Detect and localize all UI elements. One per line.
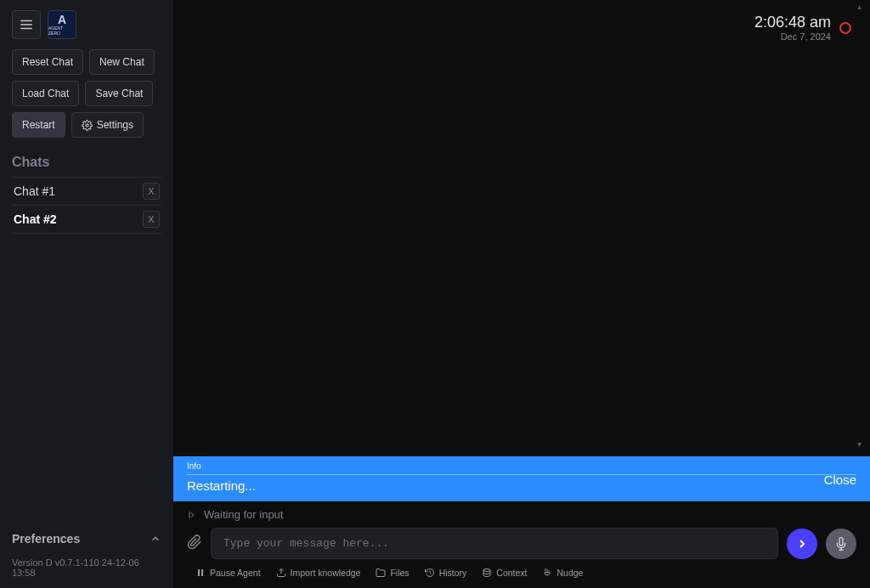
save-chat-button[interactable]: Save Chat (85, 81, 153, 106)
context-button[interactable]: Context (482, 568, 527, 578)
layers-icon (482, 568, 492, 578)
settings-button[interactable]: Settings (71, 112, 144, 138)
version-text: Version D v0.7.1-110 24-12-06 13:58 (12, 552, 161, 578)
chat-item-label: Chat #2 (14, 212, 57, 226)
send-button[interactable] (787, 529, 817, 559)
tool-label: Pause Agent (210, 568, 261, 578)
chevron-up-icon (150, 533, 161, 545)
date-value: Dec 7, 2024 (754, 31, 831, 42)
preferences-label: Preferences (12, 532, 80, 546)
action-buttons: Reset Chat New Chat Load Chat Save Chat … (12, 49, 161, 138)
import-knowledge-button[interactable]: Import knowledge (276, 568, 361, 578)
time-text: 2:06:48 am Dec 7, 2024 (754, 14, 831, 42)
scroll-indicator-bottom: ▾ (857, 439, 862, 449)
time-value: 2:06:48 am (754, 14, 831, 31)
info-banner: Info Restarting... Close (173, 456, 870, 501)
chat-close-button[interactable]: X (143, 183, 160, 200)
chevron-right-icon (795, 537, 809, 551)
pause-agent-button[interactable]: Pause Agent (195, 568, 261, 578)
chat-close-button[interactable]: X (143, 211, 160, 228)
settings-label: Settings (97, 119, 133, 131)
mic-button[interactable] (826, 529, 856, 559)
chats-heading: Chats (12, 155, 161, 170)
status-indicator-icon (839, 22, 851, 34)
folder-icon (376, 568, 386, 578)
pointer-icon (542, 568, 552, 578)
chat-list-item[interactable]: Chat #2 X (12, 206, 161, 234)
attach-button[interactable] (187, 534, 202, 553)
cursor-icon (187, 510, 197, 520)
clock-block: 2:06:48 am Dec 7, 2024 (754, 14, 851, 42)
restart-button[interactable]: Restart (12, 112, 65, 138)
scroll-indicator-top: ▴ (857, 2, 862, 11)
chat-list: Chat #1 X Chat #2 X (12, 177, 161, 234)
history-button[interactable]: History (425, 568, 467, 578)
sidebar: A AGENT ZERO Reset Chat New Chat Load Ch… (0, 0, 173, 588)
gear-icon (82, 120, 93, 131)
chat-messages-area (173, 0, 870, 456)
sidebar-top: A AGENT ZERO (12, 10, 161, 39)
waiting-text: Waiting for input (204, 508, 283, 521)
logo-glyph: A (58, 14, 66, 25)
info-message: Restarting... (187, 478, 856, 493)
load-chat-button[interactable]: Load Chat (12, 81, 79, 106)
main-area: ▴ 2:06:48 am Dec 7, 2024 ▾ Info Restarti… (173, 0, 870, 588)
message-input[interactable] (211, 528, 778, 559)
svg-point-10 (483, 569, 490, 572)
nudge-button[interactable]: Nudge (542, 568, 583, 578)
input-section: Waiting for input (173, 501, 870, 588)
reset-chat-button[interactable]: Reset Chat (12, 49, 83, 75)
sidebar-bottom: Preferences Version D v0.7.1-110 24-12-0… (12, 525, 161, 578)
chat-item-label: Chat #1 (14, 184, 55, 198)
app-logo: A AGENT ZERO (48, 10, 76, 39)
history-icon (425, 568, 435, 578)
upload-icon (276, 568, 286, 578)
files-button[interactable]: Files (376, 568, 409, 578)
tool-label: Context (496, 568, 527, 578)
info-label: Info (187, 461, 856, 471)
menu-toggle-button[interactable] (12, 10, 41, 39)
logo-text: AGENT ZERO (48, 25, 76, 36)
input-row (187, 528, 856, 559)
new-chat-button[interactable]: New Chat (89, 49, 155, 75)
paperclip-icon (187, 534, 202, 550)
info-close-button[interactable]: Close (824, 472, 856, 486)
tool-label: Files (390, 568, 409, 578)
chat-list-item[interactable]: Chat #1 X (12, 178, 161, 206)
svg-point-3 (86, 123, 88, 126)
tool-label: Nudge (556, 568, 583, 578)
info-divider (187, 474, 856, 475)
svg-rect-8 (201, 569, 203, 576)
tool-label: History (439, 568, 467, 578)
tool-label: Import knowledge (291, 568, 361, 578)
preferences-toggle[interactable]: Preferences (12, 525, 161, 552)
pause-icon (195, 568, 206, 578)
input-toolbar: Pause Agent Import knowledge Files Histo… (187, 568, 856, 578)
status-row: Waiting for input (187, 508, 856, 521)
microphone-icon (834, 537, 848, 551)
svg-rect-7 (198, 569, 200, 576)
hamburger-icon (19, 17, 34, 32)
